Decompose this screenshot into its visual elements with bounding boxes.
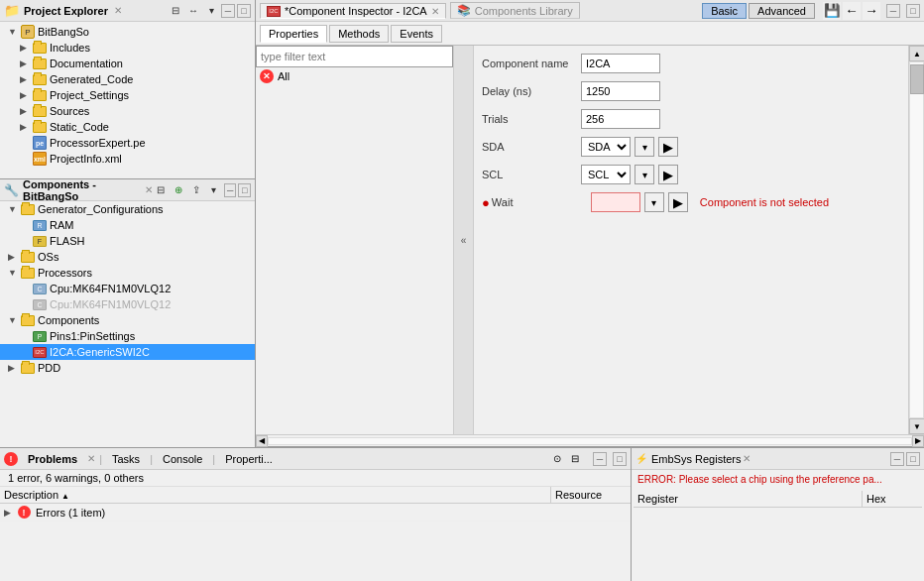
link-editor-button[interactable]: ↔ bbox=[185, 3, 201, 19]
toolbar-menu-button[interactable]: ▾ bbox=[203, 3, 219, 19]
left-panels: 📁 Project Explorer ✕ ⊟ ↔ ▾ ─ □ ▼ bbox=[0, 0, 256, 447]
minimize-embsys-button[interactable]: ─ bbox=[890, 452, 904, 466]
i2ca-icon: I2C bbox=[32, 345, 48, 359]
filter-input[interactable] bbox=[256, 46, 453, 67]
maximize-problems-button[interactable]: □ bbox=[613, 452, 627, 466]
problems-collapse-all-button[interactable]: ⊟ bbox=[567, 451, 583, 467]
scroll-down-button[interactable]: ▼ bbox=[909, 418, 924, 434]
scroll-track[interactable] bbox=[909, 61, 924, 418]
trials-input[interactable] bbox=[581, 109, 660, 129]
tree-item-sources[interactable]: ▶ Sources bbox=[0, 103, 255, 119]
basic-mode-button[interactable]: Basic bbox=[702, 3, 747, 19]
tree-item-documentation[interactable]: ▶ Documentation bbox=[0, 56, 255, 71]
h-scroll-left-button[interactable]: ◀ bbox=[256, 435, 268, 447]
maximize-components-button[interactable]: □ bbox=[238, 183, 251, 197]
tree-item-generator-configs[interactable]: ▼ Generator_Configurations bbox=[0, 201, 255, 217]
sda-dropdown-button[interactable]: ▾ bbox=[635, 137, 654, 157]
wait-dropdown-button[interactable]: ▾ bbox=[644, 192, 664, 212]
tree-item-pins1[interactable]: ▶ P Pins1:PinSettings bbox=[0, 328, 255, 344]
scl-goto-button[interactable]: ▶ bbox=[658, 165, 678, 184]
advanced-mode-button[interactable]: Advanced bbox=[749, 3, 815, 19]
close-inspector-tab-icon[interactable]: ✕ bbox=[431, 6, 439, 17]
embsys-icon: ⚡ bbox=[635, 453, 647, 464]
sda-goto-button[interactable]: ▶ bbox=[658, 137, 678, 157]
minimize-problems-button[interactable]: ─ bbox=[593, 452, 607, 466]
tree-item-generated-code[interactable]: ▶ Generated_Code bbox=[0, 71, 255, 87]
main-container: 📁 Project Explorer ✕ ⊟ ↔ ▾ ─ □ ▼ bbox=[0, 0, 924, 581]
filter-list: ✕ All bbox=[256, 67, 453, 434]
problems-tab[interactable]: Problems bbox=[22, 452, 83, 466]
component-name-input[interactable] bbox=[581, 54, 660, 73]
properti-tab[interactable]: Properti... bbox=[219, 452, 279, 466]
tree-item-processorexpert[interactable]: ▶ pe ProcessorExpert.pe bbox=[0, 135, 255, 151]
expand-bitbangso-arrow: ▼ bbox=[8, 27, 20, 37]
col-resource-label: Resource bbox=[555, 489, 602, 501]
h-scroll-right-button[interactable]: ▶ bbox=[912, 435, 924, 447]
sda-select[interactable]: SDA bbox=[581, 137, 631, 157]
minimize-project-explorer-button[interactable]: ─ bbox=[221, 4, 235, 18]
problems-filter-button[interactable]: ⊙ bbox=[549, 451, 565, 467]
expand-generated-code-arrow: ▶ bbox=[20, 74, 32, 84]
tree-item-flash[interactable]: ▶ F FLASH bbox=[0, 233, 255, 249]
scroll-up-button[interactable]: ▲ bbox=[909, 46, 924, 61]
tree-item-static-code[interactable]: ▶ Static_Code bbox=[0, 119, 255, 135]
tree-item-project-settings[interactable]: ▶ Project_Settings bbox=[0, 87, 255, 103]
delay-input[interactable] bbox=[581, 81, 660, 101]
inspector-tab-title: *Component Inspector - I2CA bbox=[285, 5, 427, 17]
tab-properties-label: Properties bbox=[269, 28, 318, 40]
tree-item-i2ca[interactable]: ▶ I2C I2CA:GenericSWI2C bbox=[0, 344, 255, 360]
tree-item-oss[interactable]: ▶ OSs bbox=[0, 249, 255, 265]
tree-item-components[interactable]: ▼ Components bbox=[0, 312, 255, 328]
tasks-tab[interactable]: Tasks bbox=[106, 452, 146, 466]
col-description-header[interactable]: Description ▲ bbox=[0, 487, 551, 503]
tree-item-bitbangso[interactable]: ▼ P BitBangSo bbox=[0, 24, 255, 40]
components-panel-close-icon: ✕ bbox=[145, 184, 153, 195]
filter-item-all[interactable]: ✕ All bbox=[256, 67, 453, 85]
components-import-button[interactable]: ⇪ bbox=[188, 182, 204, 198]
maximize-embsys-button[interactable]: □ bbox=[906, 452, 920, 466]
col-resource-header[interactable]: Resource bbox=[551, 487, 631, 503]
minimize-components-button[interactable]: ─ bbox=[224, 183, 237, 197]
save-inspector-button[interactable]: 💾 bbox=[823, 2, 841, 20]
problems-count: 1 error, 6 warnings, 0 others bbox=[0, 470, 631, 487]
mode-group: Basic Advanced bbox=[702, 3, 815, 19]
inspector-body: ✕ All « Component name bbox=[256, 46, 924, 434]
h-scroll-track[interactable] bbox=[268, 437, 912, 445]
minimize-inspector-button[interactable]: ─ bbox=[886, 4, 900, 18]
tab-events[interactable]: Events bbox=[391, 25, 442, 43]
tab-methods-label: Methods bbox=[338, 28, 380, 40]
col-register-header[interactable]: Register bbox=[634, 491, 863, 507]
tree-item-cpu2[interactable]: ▶ C Cpu:MK64FN1M0VLQ12 bbox=[0, 296, 255, 312]
console-tab[interactable]: Console bbox=[157, 452, 208, 466]
components-menu-button[interactable]: ▾ bbox=[206, 182, 222, 198]
wait-input[interactable] bbox=[591, 192, 640, 212]
right-panels: I2C *Component Inspector - I2CA ✕ 📚 Comp… bbox=[256, 0, 924, 447]
wait-goto-button[interactable]: ▶ bbox=[668, 192, 688, 212]
tab-properties[interactable]: Properties bbox=[260, 25, 327, 43]
collapse-filter-button[interactable]: « bbox=[454, 46, 474, 434]
library-tab[interactable]: 📚 Components Library bbox=[450, 2, 580, 19]
col-register-label: Register bbox=[637, 493, 678, 505]
expand-documentation-arrow: ▶ bbox=[20, 58, 32, 68]
scroll-thumb bbox=[910, 64, 924, 94]
bitbangso-icon: P bbox=[20, 25, 36, 39]
tree-item-projectinfo[interactable]: ▶ xml ProjectInfo.xml bbox=[0, 151, 255, 167]
maximize-inspector-button[interactable]: □ bbox=[906, 4, 920, 18]
tree-item-ram[interactable]: ▶ R RAM bbox=[0, 217, 255, 233]
tree-item-pdd[interactable]: ▶ PDD bbox=[0, 360, 255, 376]
scl-dropdown-button[interactable]: ▾ bbox=[635, 165, 654, 184]
inspector-tab-active[interactable]: I2C *Component Inspector - I2CA ✕ bbox=[260, 3, 446, 19]
tree-item-processors[interactable]: ▼ Processors bbox=[0, 265, 255, 281]
collapse-all-button[interactable]: ⊟ bbox=[168, 3, 183, 19]
maximize-project-explorer-button[interactable]: □ bbox=[237, 4, 251, 18]
tab-methods[interactable]: Methods bbox=[329, 25, 389, 43]
components-add-button[interactable]: ⊕ bbox=[171, 182, 186, 198]
forward-inspector-button[interactable]: → bbox=[863, 2, 880, 20]
scl-select[interactable]: SCL bbox=[581, 165, 631, 184]
col-hex-header[interactable]: Hex bbox=[863, 491, 922, 507]
back-inspector-button[interactable]: ← bbox=[843, 2, 861, 20]
errors-row[interactable]: ▶ ! Errors (1 item) bbox=[0, 504, 631, 522]
tree-item-includes[interactable]: ▶ Includes bbox=[0, 40, 255, 56]
components-collapse-button[interactable]: ⊟ bbox=[153, 182, 169, 198]
tree-item-cpu1[interactable]: ▶ C Cpu:MK64FN1M0VLQ12 bbox=[0, 281, 255, 296]
